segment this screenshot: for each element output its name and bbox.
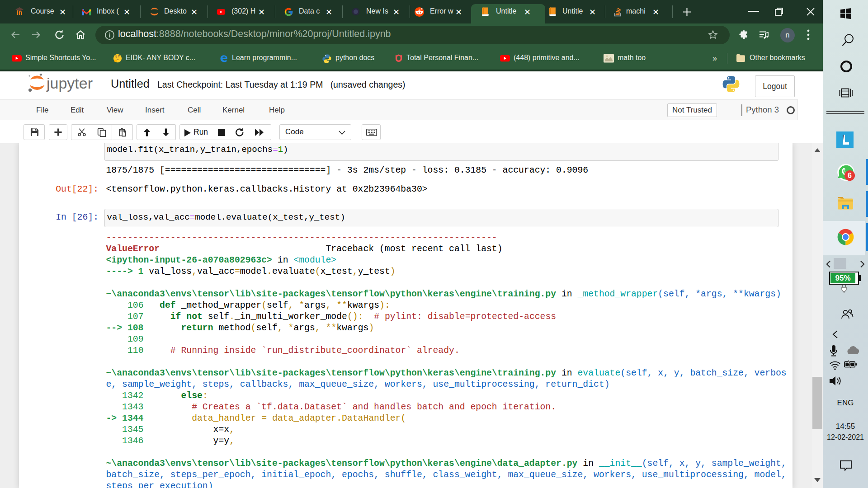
svg-text:in: in	[17, 9, 22, 16]
